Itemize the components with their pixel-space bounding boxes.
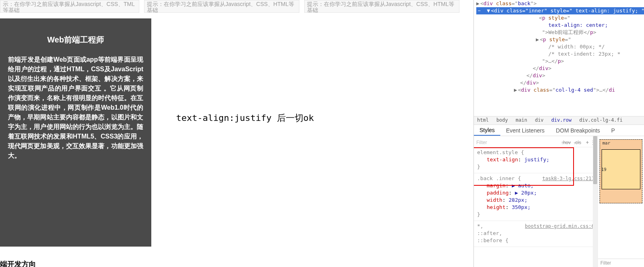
scrollbar-thumb[interactable] [593, 136, 597, 184]
box-model-pane[interactable]: mar 19 Filter [598, 136, 644, 267]
dom-node[interactable]: ▶<div class="back"> [476, 0, 644, 7]
cls-toggle[interactable]: .cls [574, 140, 581, 145]
hint-text: 示：在你学习之前应该掌握从Javascript、CSS、TML等基础 [3, 1, 135, 13]
card-body: 前端开发是创建Web页面或app等前端界面呈现给用户的过程，通过HTML，CSS… [8, 55, 143, 161]
box-model-border[interactable]: 19 [602, 149, 640, 189]
css-prop[interactable]: margin [487, 183, 506, 189]
tab-event-listeners[interactable]: Event Listeners [500, 126, 550, 135]
css-prop[interactable]: width [487, 197, 502, 203]
margin-label: mar [602, 141, 610, 146]
css-val[interactable]: justify; [524, 157, 550, 163]
rule-selector[interactable]: ::before { [477, 237, 508, 243]
css-val[interactable]: ▶ 20px; [515, 190, 537, 196]
source-link[interactable]: bootstrap-grid.min.css:6 [525, 223, 594, 230]
css-prop[interactable]: height [487, 204, 506, 210]
ellipsis-icon[interactable]: ⋯ [476, 7, 482, 14]
dom-node-selected[interactable]: ⋯ ▼<div class="inner" style=" text-align… [476, 7, 644, 14]
styles-filter-input[interactable]: Filter [476, 140, 487, 145]
dom-node[interactable]: <p style=" [476, 14, 644, 22]
box-model-margin[interactable]: mar 19 [600, 139, 642, 203]
tab-properties[interactable]: P [606, 126, 620, 135]
card-title: Web前端工程师 [8, 34, 143, 45]
style-rule-element[interactable]: element.style { text-align: justify; } [474, 147, 598, 173]
dom-node[interactable]: ▶<div class="col-lg-4 sed">…</di [476, 86, 644, 94]
dom-node-close[interactable]: </div> [476, 65, 644, 72]
css-val[interactable]: 282px; [509, 197, 528, 203]
dom-comment[interactable]: /* text-indent: 23px; * [476, 50, 644, 58]
hint-text: 提示：在你学习之前应该掌握从Javascript、CSS、HTML等基础 [307, 1, 454, 13]
elements-breadcrumb[interactable]: html body main div div.row div.col-lg-4.… [474, 116, 644, 125]
tab-dom-breakpoints[interactable]: DOM Breakpoints [550, 126, 606, 135]
style-rule-back-inner[interactable]: task8-3-lg.css:211 .back .inner { margin… [474, 173, 598, 221]
devtools-panel: ▶<div class="back"> ⋯ ▼<div class="inner… [473, 0, 644, 267]
styles-toolbar: Filter :hov .cls + ⋮ [474, 138, 598, 147]
page-viewport: 示：在你学习之前应该掌握从Javascript、CSS、TML等基础 提示：在你… [0, 0, 473, 267]
hint-card-2: 提示：在你学习之前应该掌握从Javascript、CSS、HTML等基础 [144, 0, 299, 13]
css-val[interactable]: 350px; [512, 204, 531, 210]
rule-brace: } [477, 164, 480, 170]
crumb-html[interactable]: html [477, 117, 489, 123]
css-prop[interactable]: text-align [487, 157, 518, 163]
styles-rules-pane[interactable]: Filter :hov .cls + ⋮ element.style { tex… [474, 136, 598, 267]
dom-node[interactable]: ">…</p> [476, 58, 644, 65]
hov-toggle[interactable]: :hov [562, 140, 571, 145]
computed-filter-input[interactable]: Filter [598, 259, 644, 267]
hint-card-3: 提示：在你学习之前应该掌握从Javascript、CSS、HTML等基础 [304, 0, 459, 13]
crumb-main[interactable]: main [516, 117, 527, 123]
hint-text: 提示：在你学习之前应该掌握从Javascript、CSS、HTML等基础 [147, 1, 294, 13]
rule-selector[interactable]: ::after, [477, 230, 502, 236]
css-prop[interactable]: padding [487, 190, 509, 196]
dom-node[interactable]: ">Web前端工程师</p> [476, 29, 644, 36]
margin-left-value: 19 [601, 167, 606, 172]
source-link[interactable]: task8-3-lg.css:211 [542, 175, 594, 182]
flip-card-back: Web前端工程师 前端开发是创建Web页面或app等前端界面呈现给用户的过程，通… [0, 18, 151, 247]
dom-comment[interactable]: /* width: 00px; */ [476, 43, 644, 50]
elements-dom-tree[interactable]: ▶<div class="back"> ⋯ ▼<div class="inner… [474, 0, 644, 116]
dom-node-close[interactable]: </div> [476, 72, 644, 79]
new-style-rule-button[interactable]: + [586, 140, 589, 145]
styles-subtabs: Styles Event Listeners DOM Breakpoints P [474, 125, 644, 136]
hint-card-1: 示：在你学习之前应该掌握从Javascript、CSS、TML等基础 [0, 0, 139, 13]
rule-brace: } [477, 211, 480, 217]
tab-styles[interactable]: Styles [474, 125, 500, 136]
dom-node-close[interactable]: </div> [476, 79, 644, 86]
scrollbar[interactable] [593, 136, 598, 267]
crumb-div[interactable]: div [535, 117, 544, 123]
crumb-row[interactable]: div.row [551, 117, 572, 123]
crumb-col[interactable]: div.col-lg-4.fi [579, 117, 622, 123]
dom-node[interactable]: ▶<p style=" [476, 36, 644, 43]
rule-selector[interactable]: element.style { [477, 149, 524, 155]
style-rule-universal[interactable]: bootstrap-grid.min.css:6 *, ::after, ::b… [474, 221, 598, 247]
annotation-text: text-align:justify 后一切ok [176, 112, 314, 124]
rule-selector[interactable]: *, [477, 223, 484, 229]
styles-body: Filter :hov .cls + ⋮ element.style { tex… [474, 136, 644, 267]
section-heading-partial: 端开发方向 [0, 259, 152, 267]
css-val[interactable]: ▶ auto; [512, 183, 534, 189]
rule-selector[interactable]: .back .inner { [477, 175, 521, 181]
crumb-body[interactable]: body [496, 117, 508, 123]
dom-style-line[interactable]: text-align: center; [476, 22, 644, 29]
